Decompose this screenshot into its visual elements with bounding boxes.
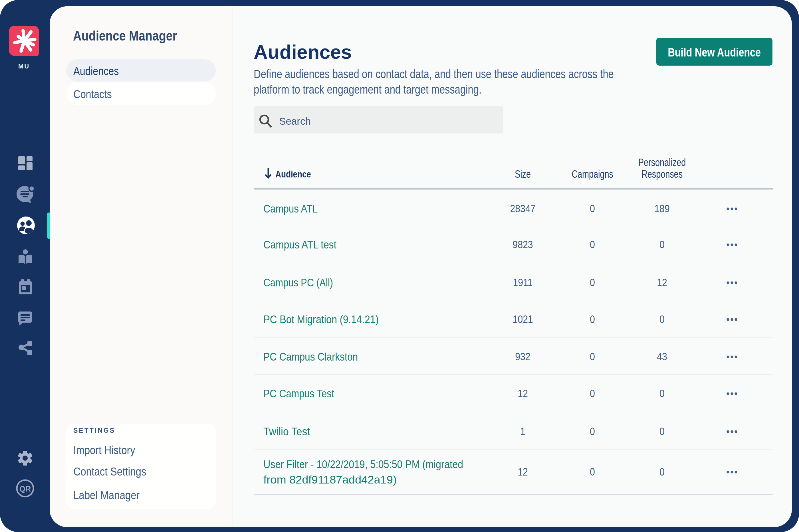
svg-text:QR: QR (19, 484, 31, 493)
